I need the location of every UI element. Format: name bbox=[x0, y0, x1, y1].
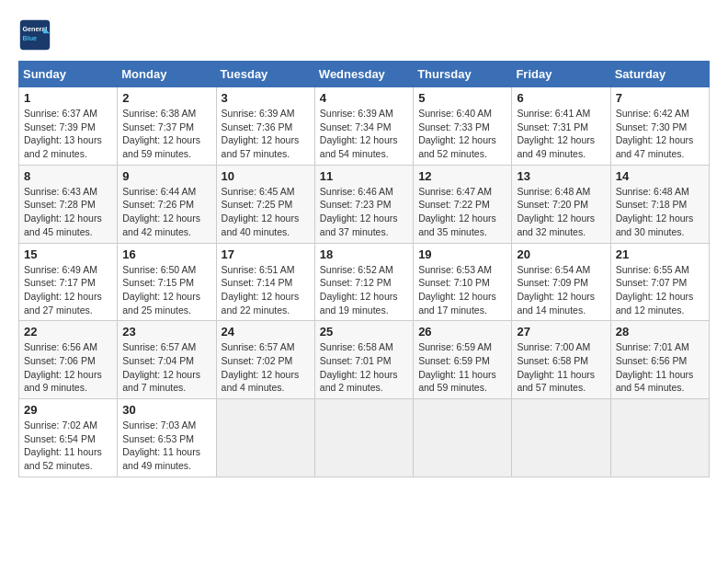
day-info: Sunrise: 6:57 AMSunset: 7:02 PMDaylight:… bbox=[222, 340, 310, 395]
calendar-cell: 26Sunrise: 6:59 AMSunset: 6:59 PMDayligh… bbox=[414, 321, 512, 399]
calendar-cell: 9Sunrise: 6:44 AMSunset: 7:26 PMDaylight… bbox=[118, 165, 216, 243]
weekday-saturday: Saturday bbox=[610, 62, 709, 87]
weekday-wednesday: Wednesday bbox=[314, 62, 413, 87]
calendar-cell: 10Sunrise: 6:45 AMSunset: 7:25 PMDayligh… bbox=[216, 165, 314, 243]
day-info: Sunrise: 6:55 AMSunset: 7:07 PMDaylight:… bbox=[616, 263, 704, 317]
day-number: 3 bbox=[222, 91, 310, 105]
day-number: 1 bbox=[24, 91, 112, 105]
calendar-cell: 21Sunrise: 6:55 AMSunset: 7:07 PMDayligh… bbox=[610, 243, 709, 321]
day-info: Sunrise: 7:01 AMSunset: 6:56 PMDaylight:… bbox=[616, 340, 704, 395]
calendar-cell: 6Sunrise: 6:41 AMSunset: 7:31 PMDaylight… bbox=[512, 87, 610, 166]
day-info: Sunrise: 6:56 AMSunset: 7:06 PMDaylight:… bbox=[24, 340, 112, 395]
day-info: Sunrise: 6:38 AMSunset: 7:37 PMDaylight:… bbox=[122, 107, 210, 161]
calendar-cell: 12Sunrise: 6:47 AMSunset: 7:22 PMDayligh… bbox=[414, 165, 512, 243]
day-number: 14 bbox=[616, 169, 704, 183]
calendar-cell: 27Sunrise: 7:00 AMSunset: 6:58 PMDayligh… bbox=[512, 321, 610, 399]
day-info: Sunrise: 6:54 AMSunset: 7:09 PMDaylight:… bbox=[517, 263, 605, 317]
day-number: 8 bbox=[24, 169, 112, 183]
day-number: 22 bbox=[24, 325, 112, 339]
day-info: Sunrise: 6:39 AMSunset: 7:34 PMDaylight:… bbox=[320, 107, 408, 161]
day-number: 29 bbox=[24, 403, 112, 417]
day-number: 20 bbox=[517, 247, 605, 261]
weekday-header-row: SundayMondayTuesdayWednesdayThursdayFrid… bbox=[19, 62, 710, 87]
calendar-body: 1Sunrise: 6:37 AMSunset: 7:39 PMDaylight… bbox=[19, 87, 710, 477]
calendar-cell: 4Sunrise: 6:39 AMSunset: 7:34 PMDaylight… bbox=[314, 87, 413, 166]
calendar-cell bbox=[414, 399, 512, 477]
day-info: Sunrise: 6:39 AMSunset: 7:36 PMDaylight:… bbox=[222, 107, 310, 161]
weekday-tuesday: Tuesday bbox=[216, 62, 314, 87]
day-info: Sunrise: 6:49 AMSunset: 7:17 PMDaylight:… bbox=[24, 263, 112, 317]
day-number: 27 bbox=[517, 325, 605, 339]
logo: General Blue bbox=[18, 18, 57, 52]
day-number: 17 bbox=[222, 247, 310, 261]
day-info: Sunrise: 6:37 AMSunset: 7:39 PMDaylight:… bbox=[24, 107, 112, 161]
weekday-sunday: Sunday bbox=[19, 62, 118, 87]
calendar-cell: 5Sunrise: 6:40 AMSunset: 7:33 PMDaylight… bbox=[414, 87, 512, 166]
day-info: Sunrise: 6:47 AMSunset: 7:22 PMDaylight:… bbox=[418, 185, 506, 239]
calendar-cell: 1Sunrise: 6:37 AMSunset: 7:39 PMDaylight… bbox=[19, 87, 118, 166]
day-number: 6 bbox=[517, 91, 605, 105]
day-number: 11 bbox=[320, 169, 408, 183]
day-number: 16 bbox=[122, 247, 210, 261]
calendar-cell: 24Sunrise: 6:57 AMSunset: 7:02 PMDayligh… bbox=[216, 321, 314, 399]
day-info: Sunrise: 6:46 AMSunset: 7:23 PMDaylight:… bbox=[320, 185, 408, 239]
day-number: 13 bbox=[517, 169, 605, 183]
calendar-cell bbox=[314, 399, 413, 477]
day-info: Sunrise: 6:52 AMSunset: 7:12 PMDaylight:… bbox=[320, 263, 408, 317]
day-info: Sunrise: 7:00 AMSunset: 6:58 PMDaylight:… bbox=[517, 340, 605, 395]
calendar-cell: 18Sunrise: 6:52 AMSunset: 7:12 PMDayligh… bbox=[314, 243, 413, 321]
day-info: Sunrise: 6:57 AMSunset: 7:04 PMDaylight:… bbox=[122, 340, 210, 395]
svg-text:Blue: Blue bbox=[23, 34, 38, 42]
day-info: Sunrise: 6:59 AMSunset: 6:59 PMDaylight:… bbox=[418, 340, 506, 395]
day-info: Sunrise: 6:51 AMSunset: 7:14 PMDaylight:… bbox=[222, 263, 310, 317]
day-number: 15 bbox=[24, 247, 112, 261]
day-number: 26 bbox=[418, 325, 506, 339]
week-row-1: 1Sunrise: 6:37 AMSunset: 7:39 PMDaylight… bbox=[19, 87, 710, 166]
weekday-monday: Monday bbox=[118, 62, 216, 87]
day-info: Sunrise: 6:43 AMSunset: 7:28 PMDaylight:… bbox=[24, 185, 112, 239]
day-info: Sunrise: 6:53 AMSunset: 7:10 PMDaylight:… bbox=[418, 263, 506, 317]
calendar-cell: 28Sunrise: 7:01 AMSunset: 6:56 PMDayligh… bbox=[610, 321, 709, 399]
calendar-cell: 2Sunrise: 6:38 AMSunset: 7:37 PMDaylight… bbox=[118, 87, 216, 166]
day-number: 30 bbox=[122, 403, 210, 417]
day-info: Sunrise: 6:50 AMSunset: 7:15 PMDaylight:… bbox=[122, 263, 210, 317]
logo-icon: General Blue bbox=[18, 18, 51, 52]
week-row-2: 8Sunrise: 6:43 AMSunset: 7:28 PMDaylight… bbox=[19, 165, 710, 243]
calendar-cell: 23Sunrise: 6:57 AMSunset: 7:04 PMDayligh… bbox=[118, 321, 216, 399]
day-number: 25 bbox=[320, 325, 408, 339]
day-info: Sunrise: 6:40 AMSunset: 7:33 PMDaylight:… bbox=[418, 107, 506, 161]
day-info: Sunrise: 6:48 AMSunset: 7:18 PMDaylight:… bbox=[616, 185, 704, 239]
day-number: 10 bbox=[222, 169, 310, 183]
calendar-cell: 13Sunrise: 6:48 AMSunset: 7:20 PMDayligh… bbox=[512, 165, 610, 243]
day-info: Sunrise: 6:58 AMSunset: 7:01 PMDaylight:… bbox=[320, 340, 408, 395]
day-info: Sunrise: 6:44 AMSunset: 7:26 PMDaylight:… bbox=[122, 185, 210, 239]
day-number: 19 bbox=[418, 247, 506, 261]
day-number: 4 bbox=[320, 91, 408, 105]
calendar-cell bbox=[512, 399, 610, 477]
calendar-cell: 20Sunrise: 6:54 AMSunset: 7:09 PMDayligh… bbox=[512, 243, 610, 321]
calendar-cell: 25Sunrise: 6:58 AMSunset: 7:01 PMDayligh… bbox=[314, 321, 413, 399]
day-number: 28 bbox=[616, 325, 704, 339]
calendar-cell bbox=[610, 399, 709, 477]
calendar-cell: 7Sunrise: 6:42 AMSunset: 7:30 PMDaylight… bbox=[610, 87, 709, 166]
day-info: Sunrise: 7:02 AMSunset: 6:54 PMDaylight:… bbox=[24, 419, 112, 473]
calendar-cell: 15Sunrise: 6:49 AMSunset: 7:17 PMDayligh… bbox=[19, 243, 118, 321]
day-number: 9 bbox=[122, 169, 210, 183]
day-number: 18 bbox=[320, 247, 408, 261]
day-number: 12 bbox=[418, 169, 506, 183]
weekday-friday: Friday bbox=[512, 62, 610, 87]
week-row-4: 22Sunrise: 6:56 AMSunset: 7:06 PMDayligh… bbox=[19, 321, 710, 399]
day-info: Sunrise: 6:41 AMSunset: 7:31 PMDaylight:… bbox=[517, 107, 605, 161]
week-row-3: 15Sunrise: 6:49 AMSunset: 7:17 PMDayligh… bbox=[19, 243, 710, 321]
calendar: SundayMondayTuesdayWednesdayThursdayFrid… bbox=[18, 61, 710, 477]
calendar-cell bbox=[216, 399, 314, 477]
day-info: Sunrise: 6:42 AMSunset: 7:30 PMDaylight:… bbox=[616, 107, 704, 161]
calendar-cell: 29Sunrise: 7:02 AMSunset: 6:54 PMDayligh… bbox=[19, 399, 118, 477]
day-number: 23 bbox=[122, 325, 210, 339]
day-number: 21 bbox=[616, 247, 704, 261]
calendar-cell: 8Sunrise: 6:43 AMSunset: 7:28 PMDaylight… bbox=[19, 165, 118, 243]
calendar-cell: 14Sunrise: 6:48 AMSunset: 7:18 PMDayligh… bbox=[610, 165, 709, 243]
calendar-cell: 3Sunrise: 6:39 AMSunset: 7:36 PMDaylight… bbox=[216, 87, 314, 166]
day-number: 7 bbox=[616, 91, 704, 105]
calendar-cell: 30Sunrise: 7:03 AMSunset: 6:53 PMDayligh… bbox=[118, 399, 216, 477]
